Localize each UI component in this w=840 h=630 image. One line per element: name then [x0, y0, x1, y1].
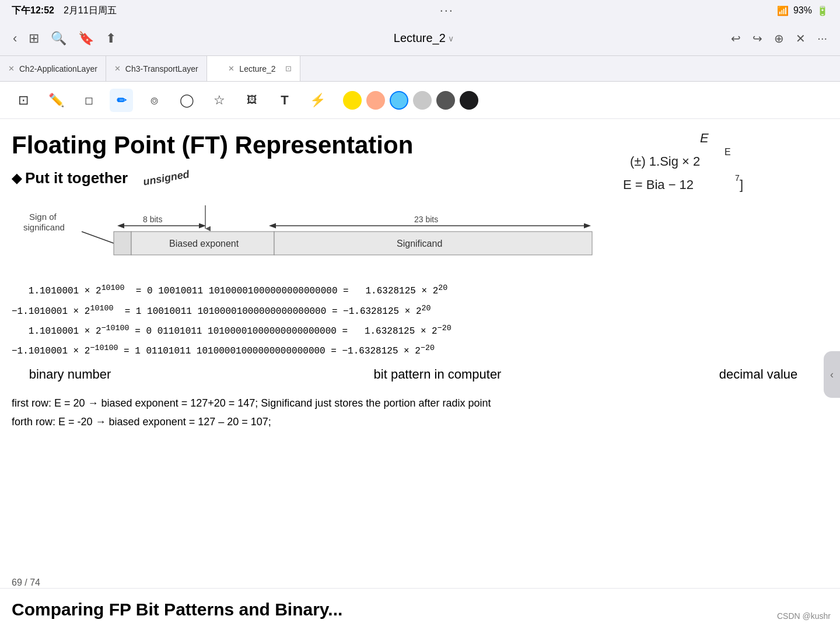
battery-icon: 🔋 — [817, 5, 828, 16]
tab-lecture2[interactable]: ✕ Lecture_2 ⊡ — [207, 56, 300, 81]
color-swatches — [343, 91, 478, 110]
note-1: first row: E = 20 → biased exponent = 12… — [12, 394, 817, 412]
time-display: 下午12:52 — [12, 5, 54, 17]
star-btn[interactable]: ☆ — [208, 89, 231, 112]
tab-close-ch3[interactable]: ✕ — [114, 64, 121, 73]
note-2: forth row: E = -20 → biased exponent = 1… — [12, 412, 817, 431]
eraser-btn[interactable]: ◻ — [77, 89, 100, 112]
floating-point-diagram: Sign of significand 8 bits 23 bits Biase… — [12, 197, 595, 267]
title-chevron: ∨ — [448, 34, 454, 43]
column-labels: binary number bit pattern in computer de… — [12, 367, 817, 382]
close-document-button[interactable]: ✕ — [792, 28, 809, 49]
scrollbar-handle[interactable] — [824, 351, 840, 398]
grid-button[interactable]: ⊞ — [25, 27, 43, 50]
bottom-partial-text: Comparing FP Bit Patterns and Binary... — [0, 588, 840, 630]
nav-right-buttons: ↩ ↪ ⊕ ✕ ··· — [727, 28, 831, 49]
date-display: 2月11日周五 — [64, 5, 117, 17]
tab-label-ch2: Ch2-ApplicationLayer — [19, 64, 97, 74]
color-dark-gray[interactable] — [436, 91, 455, 110]
diagram-container: Sign of significand 8 bits 23 bits Biase… — [12, 197, 817, 269]
redo-button[interactable]: ↪ — [749, 28, 766, 49]
add-page-button[interactable]: ⊕ — [771, 28, 788, 49]
svg-line-8 — [82, 232, 114, 243]
tab-close-lecture2[interactable]: ✕ — [228, 64, 235, 73]
svg-text:23 bits: 23 bits — [414, 215, 438, 224]
status-right: 📶 93% 🔋 — [777, 5, 828, 16]
highlighter-btn[interactable]: ✏ — [110, 89, 133, 112]
shapes-btn[interactable]: ◯ — [175, 89, 198, 112]
color-blue[interactable] — [390, 91, 408, 110]
svg-rect-14 — [114, 232, 131, 255]
svg-text:8 bits: 8 bits — [143, 215, 162, 224]
bottom-text-content: Comparing FP Bit Patterns and Binary... — [12, 600, 342, 620]
page-number: 69 / 74 — [12, 578, 40, 588]
binary-table: 1.1010001 × 210100 = 0 10010011 10100001… — [12, 281, 817, 360]
text-btn[interactable]: T — [273, 89, 296, 112]
sidebar-toggle-btn[interactable]: ⊡ — [12, 89, 35, 112]
binary-row-3: 1.1010001 × 2−10100 = 0 01101011 1010000… — [12, 321, 817, 341]
share-button[interactable]: ⬆ — [102, 27, 120, 50]
pencil-btn[interactable]: ✏️ — [44, 89, 68, 112]
main-content: Floating Point (FT) Representation E (±)… — [0, 119, 840, 630]
status-bar: 下午12:52 2月11日周五 ··· 📶 93% 🔋 — [0, 0, 840, 21]
watermark: CSDN @kushr — [777, 611, 831, 621]
bookmark-button[interactable]: 🔖 — [75, 27, 97, 50]
tab-close-ch2[interactable]: ✕ — [8, 64, 15, 73]
binary-row-2: −1.1010001 × 210100 = 1 10010011 1010000… — [12, 301, 817, 321]
tab-label-lecture2: Lecture_2 — [239, 64, 275, 74]
title-area: Floating Point (FT) Representation E (±)… — [12, 131, 817, 160]
search-button[interactable]: 🔍 — [47, 27, 70, 50]
section-header: ◆ Put it together unsigned — [12, 169, 817, 187]
handwritten-unsigned: unsigned — [142, 169, 190, 189]
image-btn[interactable]: 🖼 — [240, 89, 264, 112]
undo-button[interactable]: ↩ — [727, 28, 744, 49]
more-options-button[interactable]: ··· — [814, 28, 831, 48]
svg-text:significand: significand — [23, 222, 65, 232]
color-peach[interactable] — [366, 91, 385, 110]
tab-ch2[interactable]: ✕ Ch2-ApplicationLayer — [0, 56, 106, 81]
color-black[interactable] — [460, 91, 478, 110]
color-light-gray[interactable] — [413, 91, 432, 110]
tab-label-ch3: Ch3-TransportLayer — [125, 64, 198, 74]
battery-display: 93% — [793, 5, 812, 16]
section-header-text: Put it together — [25, 169, 128, 187]
binary-row-4: −1.1010001 × 2−10100 = 1 01101011 101000… — [12, 341, 817, 360]
color-picker-btn[interactable]: ⚡ — [306, 89, 329, 112]
three-dots-status: ··· — [440, 3, 454, 18]
nav-bar: ‹ ⊞ 🔍 🔖 ⬆ Lecture_2 ∨ ↩ ↪ ⊕ ✕ ··· — [0, 21, 840, 56]
bit-pattern-label: bit pattern in computer — [374, 367, 502, 382]
document-title-area: Lecture_2 ∨ — [124, 32, 723, 45]
diamond-icon: ◆ — [12, 171, 22, 186]
document-title: Lecture_2 — [394, 32, 446, 45]
color-yellow[interactable] — [343, 91, 362, 110]
slide-title: Floating Point (FT) Representation — [12, 131, 817, 160]
notes-section: first row: E = 20 → biased exponent = 12… — [12, 394, 817, 432]
svg-text:Sign of: Sign of — [29, 212, 57, 222]
binary-number-label: binary number — [12, 367, 128, 382]
wifi-icon: 📶 — [777, 5, 789, 16]
decimal-value-label: decimal value — [700, 367, 817, 382]
toolbar: ⊡ ✏️ ◻ ✏ ⌾ ◯ ☆ 🖼 T ⚡ — [0, 82, 840, 119]
binary-row-1: 1.1010001 × 210100 = 0 10010011 10100001… — [12, 281, 817, 300]
tab-ch3[interactable]: ✕ Ch3-TransportLayer — [106, 56, 207, 81]
tab-bar: ✕ Ch2-ApplicationLayer ✕ Ch3-TransportLa… — [0, 56, 840, 82]
svg-text:Significand: Significand — [397, 239, 442, 249]
svg-text:Biased exponent: Biased exponent — [169, 239, 239, 249]
tab-layout-icon: ⊡ — [285, 64, 292, 73]
lasso-btn[interactable]: ⌾ — [142, 89, 166, 112]
back-button[interactable]: ‹ — [9, 27, 20, 50]
